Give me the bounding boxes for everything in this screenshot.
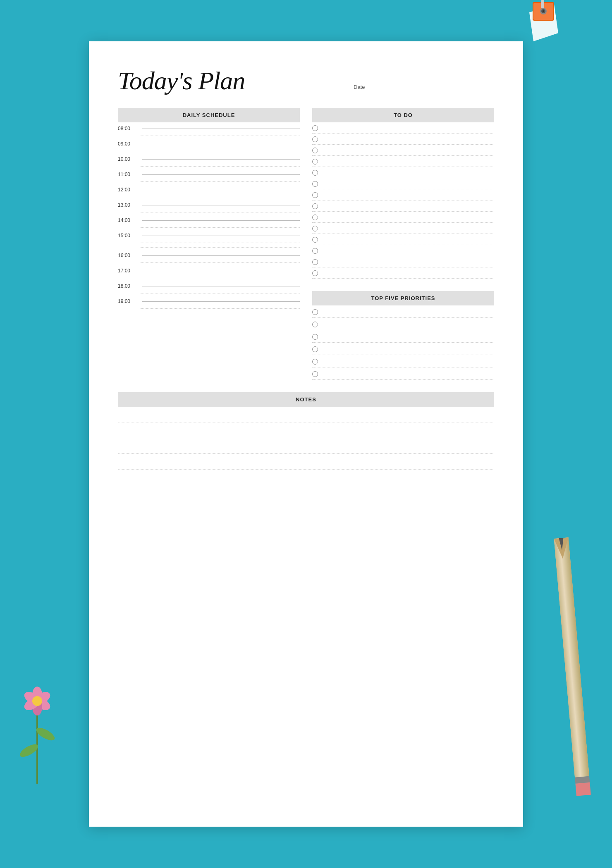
todo-circle-5 — [312, 170, 318, 176]
priority-circle-2 — [312, 322, 318, 327]
todo-circle-13 — [312, 259, 318, 265]
empty-line-1500b — [118, 245, 300, 249]
daily-schedule-header: DAILY SCHEDULE — [118, 108, 300, 122]
notes-line-1 — [118, 407, 494, 422]
empty-line-1900 — [118, 306, 300, 310]
schedule-block-1300: 13:00 — [118, 199, 300, 214]
time-row-1700: 17:00 — [118, 265, 300, 275]
time-label-1800: 18:00 — [118, 283, 141, 289]
pencil-sharpener-decoration — [521, 0, 562, 54]
svg-rect-8 — [554, 537, 589, 777]
todo-circle-6 — [312, 181, 318, 187]
svg-point-22 — [32, 696, 42, 706]
time-label-1200: 12:00 — [118, 187, 141, 193]
empty-line-1000 — [118, 164, 300, 168]
todo-circle-7 — [312, 192, 318, 198]
time-row-1000: 10:00 — [118, 153, 300, 164]
time-line-1600 — [142, 255, 300, 256]
priority-item-4 — [312, 343, 494, 355]
empty-line-0800 — [118, 133, 300, 138]
empty-line-1100 — [118, 179, 300, 184]
time-row-1800: 18:00 — [118, 280, 300, 291]
time-line-0900 — [142, 144, 300, 144]
svg-rect-10 — [575, 782, 590, 796]
todo-item-3 — [312, 145, 494, 156]
time-line-1000 — [142, 159, 300, 160]
priority-item-5 — [312, 355, 494, 367]
todo-item-12 — [312, 245, 494, 256]
priority-circle-5 — [312, 359, 318, 365]
time-line-1700 — [142, 271, 300, 271]
right-column: TO DO — [312, 108, 494, 380]
schedule-block-1200: 12:00 — [118, 184, 300, 199]
todo-item-4 — [312, 156, 494, 167]
schedule-rows: 08:00 09:00 — [118, 122, 300, 310]
time-line-1100 — [142, 174, 300, 175]
time-label-1300: 13:00 — [118, 202, 141, 208]
todo-item-13 — [312, 256, 494, 267]
priority-item-6 — [312, 367, 494, 380]
flower-decoration — [12, 660, 62, 785]
notes-section: NOTES — [118, 392, 494, 485]
time-line-1500 — [142, 236, 300, 236]
time-label-0800: 08:00 — [118, 126, 141, 131]
time-row-1900: 19:00 — [118, 295, 300, 306]
todo-rows — [312, 122, 494, 279]
priority-circle-3 — [312, 334, 318, 340]
empty-line-1700 — [118, 275, 300, 280]
time-line-0800 — [142, 129, 300, 129]
empty-line-0900 — [118, 148, 300, 153]
empty-line-1400 — [118, 225, 300, 229]
todo-item-9 — [312, 212, 494, 223]
time-row-1100: 11:00 — [118, 168, 300, 179]
empty-line-1200 — [118, 194, 300, 199]
page-title: Today's Plan — [118, 66, 245, 95]
date-section: Date — [354, 84, 494, 95]
time-row-0800: 08:00 — [118, 122, 300, 133]
notes-line-4 — [118, 454, 494, 470]
priority-circle-1 — [312, 309, 318, 315]
todo-item-2 — [312, 134, 494, 145]
todo-circle-11 — [312, 237, 318, 243]
empty-line-1300 — [118, 210, 300, 214]
time-label-1100: 11:00 — [118, 172, 141, 177]
schedule-block-1100: 11:00 — [118, 168, 300, 184]
schedule-block-0900: 09:00 — [118, 138, 300, 153]
time-label-1600: 16:00 — [118, 253, 141, 258]
priority-item-2 — [312, 318, 494, 330]
todo-item-5 — [312, 167, 494, 178]
time-row-1600: 16:00 — [118, 249, 300, 260]
time-label-1500: 15:00 — [118, 233, 141, 238]
time-row-1300: 13:00 — [118, 199, 300, 210]
todo-circle-12 — [312, 248, 318, 254]
empty-line-1500a — [118, 240, 300, 245]
schedule-block-1800: 18:00 — [118, 280, 300, 295]
schedule-block-1700: 17:00 — [118, 265, 300, 280]
schedule-block-1900: 19:00 — [118, 295, 300, 310]
notes-line-2 — [118, 422, 494, 438]
todo-item-11 — [312, 234, 494, 245]
priority-item-1 — [312, 305, 494, 318]
time-label-1000: 10:00 — [118, 156, 141, 162]
schedule-block-1000: 10:00 — [118, 153, 300, 168]
time-label-0900: 09:00 — [118, 141, 141, 147]
todo-circle-2 — [312, 136, 318, 142]
time-label-1900: 19:00 — [118, 298, 141, 304]
todo-circle-3 — [312, 148, 318, 153]
notes-line-3 — [118, 438, 494, 454]
time-label-1700: 17:00 — [118, 268, 141, 274]
notes-header: NOTES — [118, 392, 494, 407]
date-line — [354, 92, 494, 92]
todo-circle-10 — [312, 226, 318, 231]
time-line-1900 — [142, 301, 300, 302]
schedule-block-1500: 15:00 — [118, 229, 300, 249]
todo-circle-4 — [312, 159, 318, 165]
left-column: DAILY SCHEDULE 08:00 09:00 — [118, 108, 300, 380]
todo-header: TO DO — [312, 108, 494, 122]
priority-circle-4 — [312, 346, 318, 352]
todo-circle-14 — [312, 270, 318, 276]
priority-rows — [312, 305, 494, 380]
todo-item-14 — [312, 267, 494, 279]
time-row-1500: 15:00 — [118, 229, 300, 240]
pencil-decoration — [550, 537, 600, 827]
